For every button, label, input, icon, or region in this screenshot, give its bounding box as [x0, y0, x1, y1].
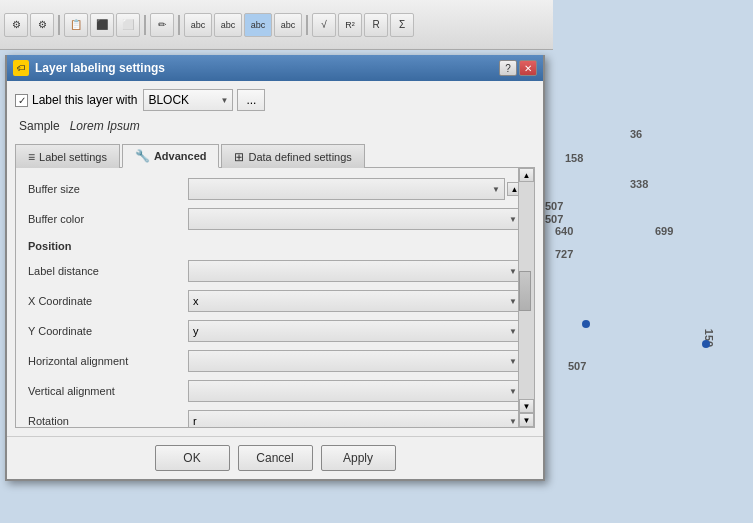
tab-data-defined[interactable]: ⊞ Data defined settings: [221, 144, 364, 168]
buffer-color-row: Buffer color ▼: [24, 206, 526, 232]
x-coordinate-label: X Coordinate: [28, 295, 188, 307]
tool-icon-6[interactable]: ✏: [150, 13, 174, 37]
y-coordinate-value: y: [193, 325, 509, 337]
advanced-icon: 🔧: [135, 149, 150, 163]
layer-combo-arrow: ▼: [220, 96, 228, 105]
x-coordinate-value: x: [193, 295, 509, 307]
label-combo-wrapper: BLOCK ▼ ...: [143, 89, 265, 111]
buffer-color-label: Buffer color: [28, 213, 188, 225]
panel-scroll-down-a[interactable]: ▼: [519, 399, 534, 413]
rotation-combo[interactable]: r ▼: [188, 410, 522, 428]
horizontal-alignment-label: Horizontal alignment: [28, 355, 188, 367]
label-checkbox-wrapper[interactable]: ✓ Label this layer with: [15, 93, 137, 107]
tool-abc-4[interactable]: abc: [274, 13, 302, 37]
apply-button[interactable]: Apply: [321, 445, 396, 471]
position-section-header: Position: [28, 238, 522, 254]
buffer-size-combo[interactable]: ▼: [188, 178, 505, 200]
vertical-alignment-combo[interactable]: ▼: [188, 380, 522, 402]
rotation-row: Rotation r ▼: [24, 408, 526, 428]
tab-advanced-text: Advanced: [154, 150, 207, 162]
horizontal-alignment-row: Horizontal alignment ▼: [24, 348, 526, 374]
map-label-699: 699: [655, 225, 673, 237]
sample-row: Sample Lorem Ipsum: [15, 117, 535, 135]
sample-lorem-text: Lorem Ipsum: [70, 119, 140, 133]
tool-abc-1[interactable]: abc: [184, 13, 212, 37]
rotation-value: r: [193, 415, 509, 427]
map-label-727: 727: [555, 248, 573, 260]
dialog-title-text: Layer labeling settings: [35, 61, 165, 75]
map-label-507b: 507: [545, 213, 563, 225]
tool-icon-1[interactable]: ⚙: [4, 13, 28, 37]
tab-advanced[interactable]: 🔧 Advanced: [122, 144, 220, 168]
rotation-label: Rotation: [28, 415, 188, 427]
tabs-row: ≡ Label settings 🔧 Advanced ⊞ Data defin…: [15, 143, 535, 168]
sample-label: Sample: [19, 119, 60, 133]
toolbar: ⚙ ⚙ 📋 ⬛ ⬜ ✏ abc abc abc abc √ R² R Σ: [0, 0, 553, 50]
map-dot-2: [702, 340, 710, 348]
toolbar-sep-2: [144, 15, 146, 35]
y-coordinate-combo[interactable]: y ▼: [188, 320, 522, 342]
ellipsis-button[interactable]: ...: [237, 89, 265, 111]
layer-labeling-dialog: 🏷 Layer labeling settings ? ✕ ✓ Label th…: [5, 55, 545, 481]
ok-button[interactable]: OK: [155, 445, 230, 471]
label-distance-row: Label distance ▼: [24, 258, 526, 284]
toolbar-sep-3: [178, 15, 180, 35]
tool-abc-2[interactable]: abc: [214, 13, 242, 37]
horizontal-alignment-arrow: ▼: [509, 357, 517, 366]
map-dot-1: [582, 320, 590, 328]
dialog-content: ✓ Label this layer with BLOCK ▼ ... Samp…: [7, 81, 543, 436]
tab-label-settings[interactable]: ≡ Label settings: [15, 144, 120, 168]
x-coordinate-arrow: ▼: [509, 297, 517, 306]
label-settings-icon: ≡: [28, 150, 35, 164]
toolbar-sep-1: [58, 15, 60, 35]
map-label-338: 338: [630, 178, 648, 190]
layer-combo-value: BLOCK: [148, 93, 189, 107]
buffer-size-row: Buffer size ▼ ▲: [24, 176, 526, 202]
label-distance-combo[interactable]: ▼: [188, 260, 522, 282]
panel-scroll-up[interactable]: ▲: [519, 168, 534, 182]
dialog-help-button[interactable]: ?: [499, 60, 517, 76]
dialog-close-button[interactable]: ✕: [519, 60, 537, 76]
layer-combo[interactable]: BLOCK ▼: [143, 89, 233, 111]
map-label-36: 36: [630, 128, 642, 140]
map-label-640: 640: [555, 225, 573, 237]
map-label-507c: 507: [568, 360, 586, 372]
x-coordinate-combo[interactable]: x ▼: [188, 290, 522, 312]
tool-icon-2[interactable]: ⚙: [30, 13, 54, 37]
tool-abc-3[interactable]: abc: [244, 13, 272, 37]
tool-r[interactable]: R: [364, 13, 388, 37]
data-defined-icon: ⊞: [234, 150, 244, 164]
label-prefix-text: Label this layer with: [32, 93, 137, 107]
vertical-alignment-label: Vertical alignment: [28, 385, 188, 397]
map-label-158: 158: [565, 152, 583, 164]
label-layer-row: ✓ Label this layer with BLOCK ▼ ...: [15, 89, 535, 111]
buffer-color-arrow: ▼: [509, 215, 517, 224]
tool-icon-5[interactable]: ⬜: [116, 13, 140, 37]
tool-icon-3[interactable]: 📋: [64, 13, 88, 37]
panel-scrollbar[interactable]: ▲ ▼ ▼: [518, 168, 534, 427]
label-checkbox[interactable]: ✓: [15, 94, 28, 107]
vertical-alignment-row: Vertical alignment ▼: [24, 378, 526, 404]
buffer-size-label: Buffer size: [28, 183, 188, 195]
tool-r2[interactable]: R²: [338, 13, 362, 37]
scrollbar-track: [519, 182, 534, 399]
label-distance-arrow: ▼: [509, 267, 517, 276]
vertical-alignment-arrow: ▼: [509, 387, 517, 396]
dialog-titlebar: 🏷 Layer labeling settings ? ✕: [7, 55, 543, 81]
x-coordinate-row: X Coordinate x ▼: [24, 288, 526, 314]
toolbar-sep-4: [306, 15, 308, 35]
horizontal-alignment-combo[interactable]: ▼: [188, 350, 522, 372]
map-label-507a: 507: [545, 200, 563, 212]
dialog-buttons: OK Cancel Apply: [7, 436, 543, 479]
dialog-title-buttons: ? ✕: [499, 60, 537, 76]
tool-sqrt[interactable]: √: [312, 13, 336, 37]
cancel-button[interactable]: Cancel: [238, 445, 313, 471]
buffer-color-combo[interactable]: ▼: [188, 208, 522, 230]
scrollbar-thumb[interactable]: [519, 271, 531, 311]
panel-scroll-down-b[interactable]: ▼: [519, 413, 534, 427]
tool-icon-4[interactable]: ⬛: [90, 13, 114, 37]
tab-label-settings-text: Label settings: [39, 151, 107, 163]
tool-sigma[interactable]: Σ: [390, 13, 414, 37]
dialog-title-icon: 🏷: [13, 60, 29, 76]
tab-data-defined-text: Data defined settings: [248, 151, 351, 163]
